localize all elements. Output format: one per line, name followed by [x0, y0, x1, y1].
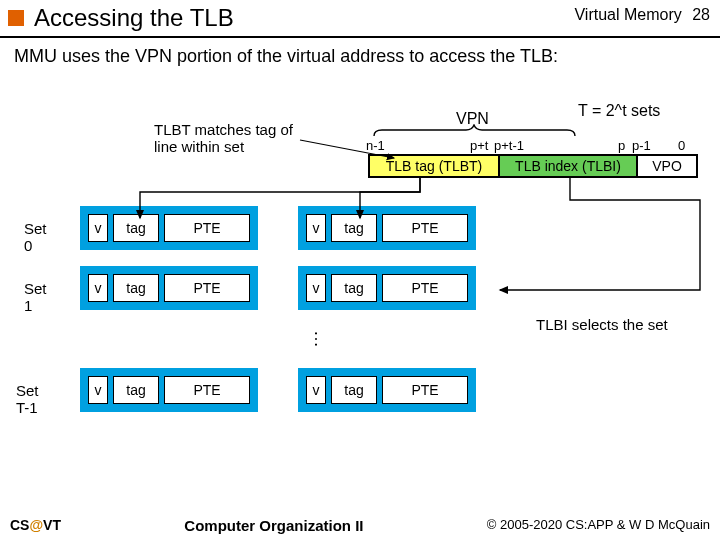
tlb-entry: v tag PTE [80, 266, 258, 310]
tlb-entry: v tag PTE [80, 368, 258, 412]
tlbi-note: TLBI selects the set [536, 316, 668, 333]
pte-box: PTE [164, 274, 250, 302]
valid-box: v [306, 376, 326, 404]
tlb-entry: v tag PTE [298, 206, 476, 250]
tlb-entry: v tag PTE [80, 206, 258, 250]
footer-cs: CS [10, 517, 29, 533]
set0-row: v tag PTE v tag PTE [80, 206, 476, 250]
bit-pt: p+t [470, 138, 488, 153]
tlb-entry: v tag PTE [298, 266, 476, 310]
pte-box: PTE [382, 214, 468, 242]
bit-p1: p-1 [632, 138, 651, 153]
valid-box: v [306, 274, 326, 302]
valid-box: v [306, 214, 326, 242]
pte-box: PTE [164, 376, 250, 404]
tlbt-note-l2: line within set [154, 139, 293, 156]
tlbt-note: TLBT matches tag of line within set [154, 122, 293, 155]
vpo-cell: VPO [638, 156, 696, 176]
subtitle: MMU uses the VPN portion of the virtual … [0, 44, 720, 73]
set0-label: Set 0 [24, 220, 47, 254]
set1-label: Set 1 [24, 280, 47, 314]
valid-box: v [88, 214, 108, 242]
pte-box: PTE [382, 376, 468, 404]
setT-row: v tag PTE v tag PTE [80, 368, 476, 412]
tlbt-note-l1: TLBT matches tag of [154, 122, 293, 139]
pte-box: PTE [382, 274, 468, 302]
valid-box: v [88, 274, 108, 302]
address-layout: TLB tag (TLBT) TLB index (TLBI) VPO [368, 154, 698, 178]
bit-n1: n-1 [366, 138, 385, 153]
set1-row: v tag PTE v tag PTE [80, 266, 476, 310]
footer-vt: VT [43, 517, 61, 533]
tag-box: tag [113, 376, 159, 404]
header-right: Virtual Memory 28 [574, 6, 710, 24]
footer-left: CS@VT [10, 517, 61, 534]
page-title: Accessing the TLB [34, 4, 234, 32]
tlbi-cell: TLB index (TLBI) [500, 156, 638, 176]
tlb-entry: v tag PTE [298, 368, 476, 412]
footer-mid: Computer Organization II [184, 517, 363, 534]
tag-box: tag [331, 274, 377, 302]
t-sets-label: T = 2^t sets [578, 102, 660, 120]
divider [0, 36, 720, 38]
brace-icon [372, 124, 577, 138]
setT-label: Set T-1 [16, 382, 39, 416]
footer-right: © 2005-2020 CS:APP & W D McQuain [487, 517, 710, 534]
tag-box: tag [331, 214, 377, 242]
section-name: Virtual Memory [574, 6, 681, 23]
title-square-icon [8, 10, 24, 26]
bit-0: 0 [678, 138, 685, 153]
valid-box: v [88, 376, 108, 404]
bit-pt1: p+t-1 [494, 138, 524, 153]
tag-box: tag [331, 376, 377, 404]
page-number: 28 [692, 6, 710, 23]
at-icon: @ [29, 517, 43, 533]
pte-box: PTE [164, 214, 250, 242]
tag-box: tag [113, 214, 159, 242]
tlbt-cell: TLB tag (TLBT) [370, 156, 500, 176]
tag-box: tag [113, 274, 159, 302]
bit-p: p [618, 138, 625, 153]
ellipsis-icon: … [310, 330, 331, 350]
